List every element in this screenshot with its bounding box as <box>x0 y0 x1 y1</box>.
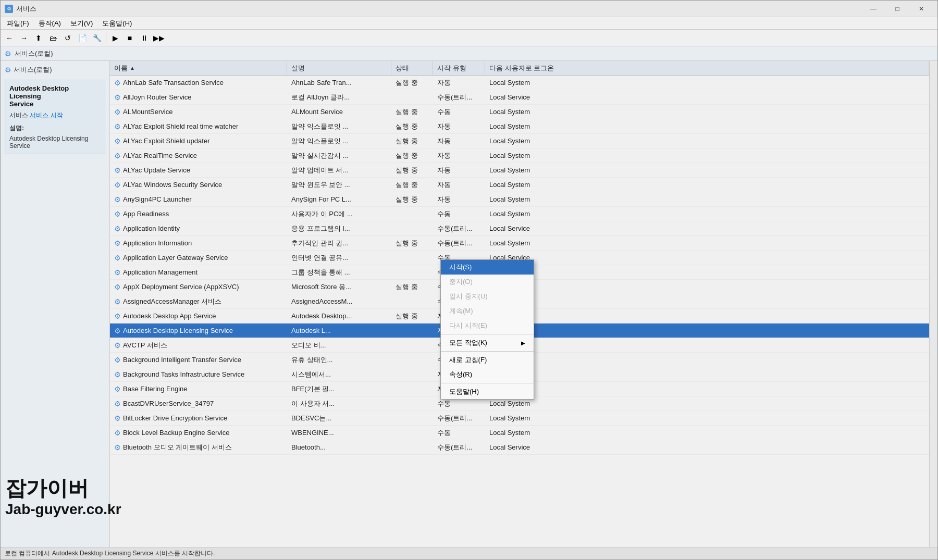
col-header-status[interactable]: 상태 <box>391 61 433 75</box>
context-menu-item[interactable]: 모든 작업(K)▶ <box>441 335 534 350</box>
table-row[interactable]: ⚙ ALYac Exploit Shield real time watcher… <box>110 119 929 134</box>
context-menu-item-label: 계속(M) <box>449 306 473 316</box>
status-text: 로컬 컴퓨터에서 Autodesk Desktop Licensing Serv… <box>5 549 215 558</box>
vertical-scrollbar[interactable] <box>929 61 937 547</box>
cell-status <box>391 221 433 235</box>
col-header-desc[interactable]: 설명 <box>287 61 391 75</box>
cell-desc: Microsoft Store 응... <box>287 280 391 294</box>
col-header-name[interactable]: 이름 ▲ <box>110 61 287 75</box>
service-icon: ⚙ <box>114 400 121 408</box>
cell-status <box>391 353 433 367</box>
cell-logon: Local System <box>485 134 929 148</box>
col-header-starttype[interactable]: 시작 유형 <box>433 61 485 75</box>
table-row[interactable]: ⚙ App Readiness 사용자가 이 PC에 ... 수동 Local … <box>110 207 929 221</box>
cell-name: ⚙ Application Layer Gateway Service <box>110 251 287 265</box>
cell-logon: Local System <box>485 207 929 221</box>
cell-starttype: 수동 <box>433 105 485 119</box>
refresh-button[interactable]: ↺ <box>61 32 75 44</box>
cell-name: ⚙ Autodesk Desktop Licensing Service <box>110 323 287 338</box>
minimize-button[interactable]: — <box>861 1 885 17</box>
close-button[interactable]: ✕ <box>909 1 933 17</box>
table-row[interactable]: ⚙ Block Level Backup Engine Service WBEN… <box>110 426 929 440</box>
cell-logon: Local Service <box>485 382 929 396</box>
context-menu-item[interactable]: 시작(S) <box>441 260 534 275</box>
toolbar: ← → ⬆ 🗁 ↺ 📄 🔧 ▶ ■ ⏸ ▶▶ <box>1 30 937 46</box>
context-menu-item[interactable]: 도움말(H) <box>441 384 534 399</box>
cell-name: ⚙ ALYac Exploit Shield updater <box>110 134 287 148</box>
cell-logon: Local System <box>485 105 929 119</box>
service-icon: ⚙ <box>114 414 121 422</box>
cell-desc: BFE(기본 필... <box>287 382 391 396</box>
sidebar-nav-icon: ⚙ <box>5 66 11 74</box>
service-icon: ⚙ <box>114 327 121 335</box>
cell-status: 실행 중 <box>391 76 433 90</box>
table-row[interactable]: ⚙ Application Information 추가적인 관리 권... 실… <box>110 236 929 251</box>
context-menu-item[interactable]: 속성(R) <box>441 367 534 382</box>
sidebar-desc-label: 설명: <box>9 124 101 133</box>
cell-name: ⚙ AhnLab Safe Transaction Service <box>110 76 287 90</box>
service-icon: ⚙ <box>114 225 121 233</box>
cell-name: ⚙ Application Identity <box>110 221 287 235</box>
stop-service-button[interactable]: ■ <box>123 32 137 44</box>
context-menu-item: 중지(O) <box>441 275 534 289</box>
watermark-line1: 잡가이버 <box>5 476 121 501</box>
service-icon: ⚙ <box>114 443 121 452</box>
back-button[interactable]: ← <box>3 32 16 44</box>
up-button[interactable]: ⬆ <box>32 32 45 44</box>
restart-service-button[interactable]: ▶▶ <box>152 32 166 44</box>
cell-status <box>391 90 433 104</box>
start-service-button[interactable]: ▶ <box>108 32 122 44</box>
table-row[interactable]: ⚙ BitLocker Drive Encryption Service BDE… <box>110 411 929 426</box>
browse-button[interactable]: 🗁 <box>46 32 60 44</box>
cell-name: ⚙ ALYac RealTime Service <box>110 148 287 163</box>
properties-button[interactable]: 🔧 <box>90 32 104 44</box>
table-row[interactable]: ⚙ AllJoyn Router Service 로컬 AllJoyn 클라..… <box>110 90 929 105</box>
service-icon: ⚙ <box>114 210 121 218</box>
table-row[interactable]: ⚙ ALYac Windows Security Service 알약 윈도우 … <box>110 178 929 192</box>
cell-name: ⚙ Block Level Backup Engine Service <box>110 426 287 440</box>
cell-name: ⚙ App Readiness <box>110 207 287 221</box>
address-bar: ⚙ 서비스(로컬) <box>1 46 937 61</box>
cell-name: ⚙ ALYac Windows Security Service <box>110 178 287 192</box>
cell-desc: Autodesk L... <box>287 323 391 338</box>
cell-name: ⚙ AnySign4PC Launcher <box>110 192 287 206</box>
table-row[interactable]: ⚙ ALYac Exploit Shield updater 알약 익스플로잇 … <box>110 134 929 148</box>
cell-starttype: 자동 <box>433 76 485 90</box>
table-row[interactable]: ⚙ AhnLab Safe Transaction Service AhnLab… <box>110 76 929 90</box>
context-menu-item[interactable]: 새로 고침(F) <box>441 353 534 367</box>
cell-starttype: 수동(트리... <box>433 221 485 235</box>
cell-name: ⚙ ALYac Exploit Shield real time watcher <box>110 119 287 133</box>
cell-name: ⚙ AllJoyn Router Service <box>110 90 287 104</box>
table-row[interactable]: ⚙ Application Identity 응용 프로그램의 I... 수동(… <box>110 221 929 236</box>
cell-starttype: 자동 <box>433 148 485 163</box>
menu-action[interactable]: 동작(A) <box>34 18 65 29</box>
cell-logon: Local System <box>485 236 929 250</box>
cell-desc: 유휴 상태인... <box>287 353 391 367</box>
menu-help[interactable]: 도움말(H) <box>98 18 136 29</box>
cell-status: 실행 중 <box>391 192 433 206</box>
menu-file[interactable]: 파일(F) <box>3 18 33 29</box>
cell-logon: Local System <box>485 367 929 381</box>
cell-status: 실행 중 <box>391 119 433 133</box>
menu-view[interactable]: 보기(V) <box>66 18 97 29</box>
export-button[interactable]: 📄 <box>76 32 89 44</box>
table-row[interactable]: ⚙ ALYac Update Service 알약 업데이트 서... 실행 중… <box>110 163 929 178</box>
forward-button[interactable]: → <box>17 32 31 44</box>
cell-name: ⚙ BitLocker Drive Encryption Service <box>110 411 287 425</box>
sidebar-nav-item[interactable]: ⚙ 서비스(로컬) <box>5 65 105 74</box>
cell-logon: Local System <box>485 411 929 425</box>
context-menu-item-label: 시작(S) <box>449 263 472 272</box>
table-row[interactable]: ⚙ AnySign4PC Launcher AnySign For PC L..… <box>110 192 929 207</box>
table-row[interactable]: ⚙ ALMountService ALMount Service 실행 중 수동… <box>110 105 929 119</box>
cell-logon: Local System <box>485 396 929 410</box>
start-link[interactable]: 서비스 시작 <box>30 111 63 119</box>
col-header-logon[interactable]: 다음 사용자로 로그온 <box>485 61 929 75</box>
table-row[interactable]: ⚙ Bluetooth 오디오 게이트웨이 서비스 Bluetooth... 수… <box>110 440 929 455</box>
pause-service-button[interactable]: ⏸ <box>138 32 151 44</box>
cell-name: ⚙ AVCTP 서비스 <box>110 338 287 352</box>
maximize-button[interactable]: □ <box>885 1 909 17</box>
cell-desc: 그룹 정책을 통해 ... <box>287 265 391 279</box>
table-row[interactable]: ⚙ ALYac RealTime Service 알약 실시간감시 ... 실행… <box>110 148 929 163</box>
cell-status <box>391 323 433 338</box>
cell-status <box>391 294 433 308</box>
